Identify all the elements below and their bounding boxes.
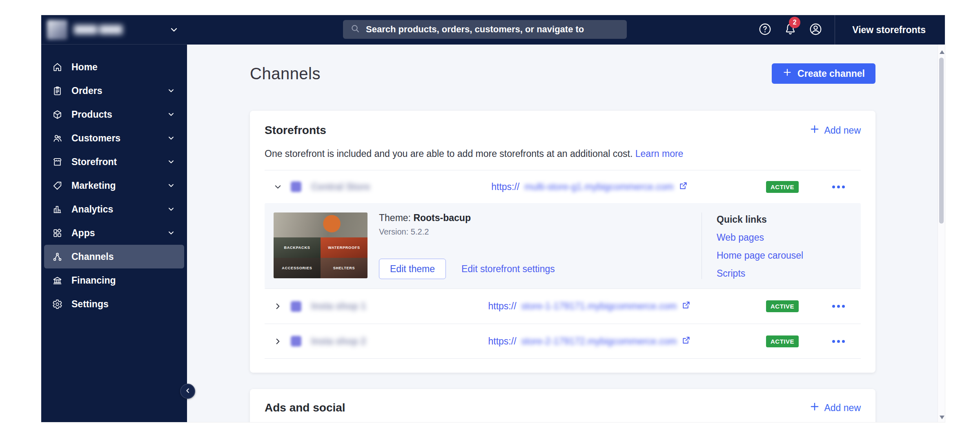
sidebar-item-orders[interactable]: Orders [44,79,184,103]
view-storefronts-button[interactable]: View storefronts [835,25,945,36]
storefront-url-link[interactable]: https://store-1-179171.mybigcommerce.com [430,300,749,312]
chevron-down-icon [167,158,175,166]
quick-link-home-page-carousel[interactable]: Home page carousel [717,250,852,261]
ads-and-social-card: Ads and social Add new [250,389,875,422]
storefront-row: Insta shop 1 https://store-1-179171.mybi… [265,288,861,324]
global-search-input[interactable]: Search products, orders, customers, or n… [343,20,627,39]
apps-icon [52,228,62,238]
theme-thumbnail-tile: BACKPACKS [274,237,321,258]
row-actions-menu-button[interactable] [816,340,861,343]
quick-link-scripts[interactable]: Scripts [717,268,852,279]
account-button[interactable] [803,22,828,38]
store-switcher[interactable]: ████ ████ [41,15,187,45]
collapse-row-button[interactable] [265,182,291,192]
external-link-icon [679,181,688,193]
storefront-name: Insta shop 2 [311,336,430,347]
theme-thumbnail-tile: SHELTERS [321,258,368,278]
sidebar-item-label: Home [71,62,98,73]
sidebar-item-label: Customers [71,133,120,144]
sidebar-item-financing[interactable]: Financing [44,268,184,292]
edit-storefront-settings-link[interactable]: Edit storefront settings [461,264,555,275]
sidebar-item-label: Marketing [71,180,116,191]
marketing-icon [52,181,62,191]
add-new-ads-button[interactable]: Add new [809,401,861,414]
theme-name: Roots-bacup [413,212,471,223]
create-channel-button[interactable]: Create channel [772,63,875,84]
plus-icon [809,401,820,414]
ads-and-social-title: Ads and social [265,401,345,414]
storefront-name: Central Store [311,181,430,192]
expand-row-button[interactable] [265,337,291,346]
topbar: Search products, orders, customers, or n… [187,15,945,45]
help-icon [758,22,772,38]
sidebar-item-home[interactable]: Home [44,55,184,79]
topbar-actions: 2 View storefronts [752,15,945,45]
storefront-row: Insta shop 2 https://store-2-179172.mybi… [265,324,861,359]
financing-icon [52,275,62,286]
store-name: ████ ████ [74,25,122,34]
add-new-storefront-button[interactable]: Add new [809,124,861,137]
help-button[interactable] [752,22,777,38]
chevron-down-icon [167,181,175,190]
theme-panel: BACKPACKS WATERPROOFS ACCESSORIES SHELTE… [265,203,861,288]
app-window: ████ ████ Home Orders Products [41,15,945,422]
theme-version-line: Version: 5.2.2 [379,227,702,237]
quick-links: Quick links Web pages Home page carousel… [702,212,852,279]
search-icon [350,24,360,35]
customers-icon [52,133,62,143]
vertical-scrollbar[interactable] [938,45,945,422]
sidebar-item-products[interactable]: Products [44,103,184,126]
theme-name-line: Theme: Roots-bacup [379,212,702,224]
notifications-button[interactable]: 2 [777,22,803,38]
orders-icon [52,86,62,96]
sidebar: ████ ████ Home Orders Products [41,15,187,422]
products-icon [52,110,62,120]
chevron-down-icon [167,205,175,213]
sidebar-item-customers[interactable]: Customers [44,126,184,150]
account-icon [809,22,822,38]
learn-more-link[interactable]: Learn more [635,148,684,159]
status-badge: ACTIVE [766,300,799,312]
sidebar-item-label: Products [71,109,112,120]
plus-icon [809,124,820,137]
theme-thumbnail-tile: ACCESSORIES [274,258,321,278]
storefront-avatar [291,181,301,192]
sidebar-collapse-button[interactable] [180,384,195,399]
page-title: Channels [250,65,321,83]
storefront-url-link[interactable]: https://multi-store-g1.mybigcommerce.com [430,181,749,193]
sidebar-item-label: Orders [71,85,102,96]
expand-row-button[interactable] [265,302,291,311]
row-actions-menu-button[interactable] [816,186,861,188]
quick-link-web-pages[interactable]: Web pages [717,232,852,243]
notification-count-badge: 2 [789,17,800,28]
scrollbar-thumb[interactable] [939,58,944,224]
sidebar-item-storefront[interactable]: Storefront [44,150,184,174]
sidebar-item-marketing[interactable]: Marketing [44,174,184,197]
sidebar-item-apps[interactable]: Apps [44,221,184,245]
sidebar-item-channels[interactable]: Channels [44,245,184,268]
theme-thumbnail-tile: WATERPROOFS [321,237,368,258]
storefront-avatar [291,336,301,347]
storefronts-title: Storefronts [265,124,326,137]
theme-thumbnail-hero [274,212,368,237]
storefront-icon [52,157,62,167]
external-link-icon [682,300,691,312]
storefronts-card: Storefronts Add new One storefront is in… [250,111,875,373]
storefront-url-link[interactable]: https://store-2-179172.mybigcommerce.com [430,335,749,347]
chevron-left-icon [184,387,192,396]
scroll-down-arrow[interactable] [940,416,944,419]
chevron-down-icon [167,229,175,237]
sidebar-item-label: Channels [71,251,114,262]
sidebar-item-analytics[interactable]: Analytics [44,197,184,221]
quick-links-title: Quick links [717,214,852,225]
chevron-down-icon [167,110,175,119]
storefront-avatar [291,301,301,312]
sidebar-item-settings[interactable]: Settings [44,292,184,316]
sidebar-nav: Home Orders Products Customers Storefron… [41,45,187,316]
row-actions-menu-button[interactable] [816,305,861,308]
scroll-up-arrow[interactable] [940,50,944,54]
sidebar-item-label: Storefront [71,157,117,168]
channels-icon [52,252,62,262]
storefronts-description: One storefront is included and you are a… [265,148,861,159]
edit-theme-button[interactable]: Edit theme [379,259,446,279]
